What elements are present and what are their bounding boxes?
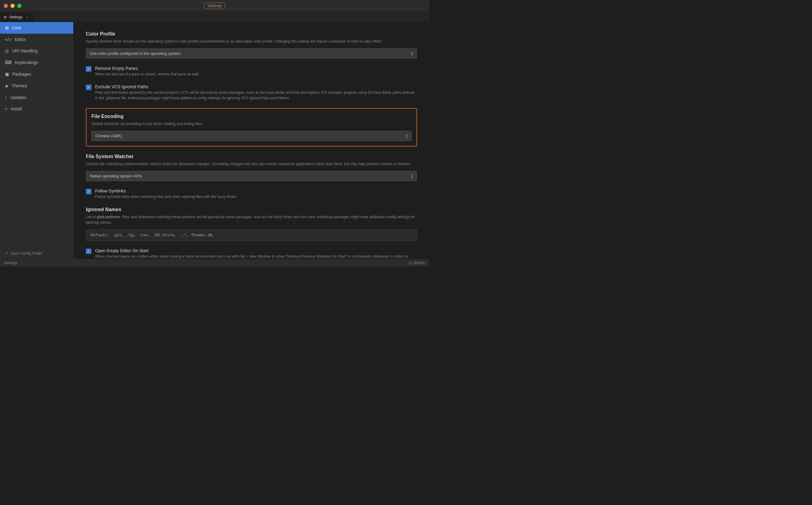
traffic-lights xyxy=(4,4,21,8)
status-left: Settings xyxy=(4,261,17,265)
remove-empty-panes-row: ✓ Remove Empty Panes When the last tab o… xyxy=(86,66,417,77)
sidebar-item-editor-label: Editor xyxy=(15,37,26,42)
open-empty-editor-checkbox[interactable]: ✓ xyxy=(86,248,91,254)
file-encoding-section: File Encoding Default character set enco… xyxy=(86,108,417,147)
remove-empty-panes-section: ✓ Remove Empty Panes When the last tab o… xyxy=(86,66,417,77)
content-area[interactable]: Color Profile Specify whether Atom shoul… xyxy=(74,22,429,259)
open-config-label: Open Config Folder xyxy=(10,251,43,256)
file-system-watcher-title: File System Watcher xyxy=(86,154,417,159)
follow-symlinks-desc: Follow symbolic links when searching fil… xyxy=(95,194,237,199)
open-empty-editor-section: ✓ Open Empty Editor On Start When checke… xyxy=(86,248,417,259)
ignored-names-section: Ignored Names List of glob patterns. Fil… xyxy=(86,207,417,241)
keybindings-icon: ⌨ xyxy=(5,60,12,65)
color-profile-select-wrapper: Use color profile configured in the oper… xyxy=(86,48,417,58)
exclude-vcs-checkbox[interactable]: ✓ xyxy=(86,85,91,90)
open-config-icon: ↗ xyxy=(5,251,8,256)
main-container: ⊞ Core </> Editor ◎ URI Handling ⌨ Keybi… xyxy=(0,22,429,259)
settings-tab-icon: ⚙ xyxy=(4,15,7,19)
core-icon: ⊞ xyxy=(5,25,9,31)
sidebar-item-uri-label: URI Handling xyxy=(12,48,37,53)
ignored-names-desc-suffix: . Files and directories matching these p… xyxy=(86,215,415,225)
close-button[interactable] xyxy=(4,4,8,8)
sidebar-item-editor[interactable]: </> Editor xyxy=(0,34,73,45)
open-empty-editor-label: Open Empty Editor On Start xyxy=(95,248,417,253)
exclude-vcs-row: ✓ Exclude VCS Ignored Paths Files and di… xyxy=(86,84,417,101)
file-encoding-select[interactable]: Chinese (GBK) xyxy=(91,131,412,141)
sidebar: ⊞ Core </> Editor ◎ URI Handling ⌨ Keybi… xyxy=(0,22,74,259)
minimize-button[interactable] xyxy=(10,4,15,8)
themes-icon: ◈ xyxy=(5,83,9,89)
file-encoding-title: File Encoding xyxy=(91,114,412,119)
github-label: GitHub xyxy=(414,261,425,265)
install-icon: + xyxy=(5,106,8,111)
sidebar-item-install[interactable]: + Install xyxy=(0,103,73,114)
sidebar-spacer xyxy=(0,114,73,248)
color-profile-desc: Specify whether Atom should use the oper… xyxy=(86,39,417,44)
remove-empty-panes-checkbox[interactable]: ✓ xyxy=(86,66,91,72)
file-encoding-select-wrapper: Chinese (GBK) ⇕ xyxy=(91,131,412,141)
packages-icon: ▣ xyxy=(5,71,9,77)
open-config-folder[interactable]: ↗ Open Config Folder xyxy=(0,248,73,259)
remove-empty-panes-label: Remove Empty Panes xyxy=(95,66,199,71)
ignored-names-title: Ignored Names xyxy=(86,207,417,212)
open-empty-editor-desc-prefix: When checked opens an untitled editor wh… xyxy=(95,255,239,259)
sidebar-item-updates[interactable]: ↑ Updates xyxy=(0,92,73,103)
sidebar-item-packages[interactable]: ▣ Packages xyxy=(0,68,73,80)
settings-tab-label: Settings xyxy=(9,15,22,19)
follow-symlinks-section: ✓ Follow Symlinks Follow symbolic links … xyxy=(86,188,417,199)
follow-symlinks-label: Follow Symlinks xyxy=(95,188,237,193)
sidebar-item-updates-label: Updates xyxy=(10,95,26,100)
sidebar-item-uri-handling[interactable]: ◎ URI Handling xyxy=(0,45,73,57)
open-empty-editor-row: ✓ Open Empty Editor On Start When checke… xyxy=(86,248,417,259)
ignored-names-desc: List of glob patterns. Files and directo… xyxy=(86,214,417,225)
exclude-vcs-label: Exclude VCS Ignored Paths xyxy=(95,84,417,89)
maximize-button[interactable] xyxy=(17,4,21,8)
follow-symlinks-row: ✓ Follow Symlinks Follow symbolic links … xyxy=(86,188,417,199)
color-profile-section: Color Profile Specify whether Atom shoul… xyxy=(86,31,417,58)
window-title: Settings xyxy=(204,2,225,9)
exclude-vcs-content: Exclude VCS Ignored Paths Files and dire… xyxy=(95,84,417,101)
sidebar-item-themes-label: Themes xyxy=(12,83,27,88)
github-icon: ◎ xyxy=(409,261,412,265)
title-bar: Settings xyxy=(0,0,429,12)
ignored-names-input[interactable] xyxy=(86,229,417,241)
tab-bar: ⚙ Settings × xyxy=(0,12,429,22)
updates-icon: ↑ xyxy=(5,95,7,100)
sidebar-item-keybindings-label: Keybindings xyxy=(15,60,38,65)
color-profile-select[interactable]: Use color profile configured in the oper… xyxy=(86,48,417,58)
editor-icon: </> xyxy=(5,37,12,42)
follow-symlinks-content: Follow Symlinks Follow symbolic links wh… xyxy=(95,188,237,199)
file-system-watcher-select-wrapper: Native operating system APIs ⇕ xyxy=(86,171,417,181)
sidebar-item-themes[interactable]: ◈ Themes xyxy=(0,80,73,92)
follow-symlinks-checkbox[interactable]: ✓ xyxy=(86,189,91,194)
settings-tab-close[interactable]: × xyxy=(25,15,29,19)
file-system-watcher-section: File System Watcher Choose the underlyin… xyxy=(86,154,417,181)
settings-tab[interactable]: ⚙ Settings × xyxy=(0,13,33,22)
open-empty-editor-desc-em: File > New Window xyxy=(239,255,271,259)
file-encoding-desc: Default character set encoding to use wh… xyxy=(91,121,412,127)
status-right: ◎ GitHub xyxy=(409,261,425,265)
file-system-watcher-desc: Choose the underlying implementation use… xyxy=(86,161,417,167)
ignored-names-desc-prefix: List of xyxy=(86,215,97,219)
remove-empty-panes-content: Remove Empty Panes When the last tab of … xyxy=(95,66,199,77)
sidebar-item-core-label: Core xyxy=(12,25,21,30)
open-empty-editor-desc: When checked opens an untitled editor wh… xyxy=(95,254,417,259)
exclude-vcs-section: ✓ Exclude VCS Ignored Paths Files and di… xyxy=(86,84,417,101)
file-system-watcher-select[interactable]: Native operating system APIs xyxy=(86,171,417,181)
sidebar-item-keybindings[interactable]: ⌨ Keybindings xyxy=(0,57,73,68)
color-profile-title: Color Profile xyxy=(86,31,417,37)
exclude-vcs-desc: Files and directories ignored by the cur… xyxy=(95,90,417,101)
remove-empty-panes-desc: When the last tab of a pane is closed, r… xyxy=(95,71,199,77)
status-bar: Settings ◎ GitHub xyxy=(0,259,429,267)
uri-icon: ◎ xyxy=(5,48,9,54)
sidebar-item-core[interactable]: ⊞ Core xyxy=(0,22,73,34)
sidebar-item-install-label: Install xyxy=(11,106,22,111)
ignored-names-glob-bold: glob patterns xyxy=(97,215,120,219)
sidebar-item-packages-label: Packages xyxy=(12,72,31,76)
open-empty-editor-content: Open Empty Editor On Start When checked … xyxy=(95,248,417,259)
